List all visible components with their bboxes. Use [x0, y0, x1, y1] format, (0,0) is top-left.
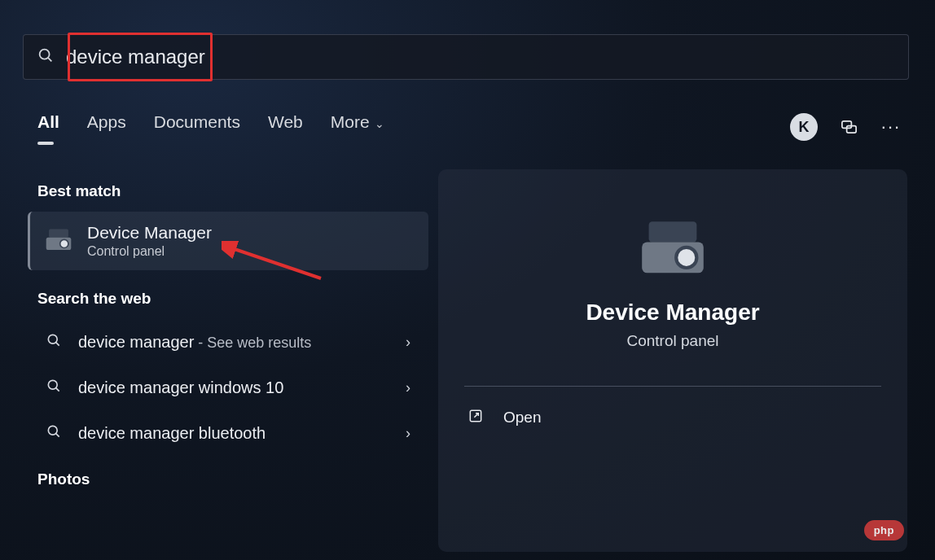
web-result-label: device manager windows 10 [78, 378, 389, 397]
tab-web[interactable]: Web [268, 112, 303, 142]
web-result-label: device manager bluetooth [78, 424, 389, 443]
device-manager-icon [639, 217, 707, 285]
svg-rect-4 [49, 230, 68, 238]
device-manager-icon [45, 227, 72, 255]
svg-point-15 [676, 247, 696, 268]
open-icon [468, 408, 484, 427]
search-web-heading: Search the web [37, 290, 428, 308]
search-icon [37, 46, 55, 68]
svg-line-8 [56, 343, 59, 346]
best-match-heading: Best match [37, 182, 428, 200]
photos-heading: Photos [37, 470, 428, 488]
web-result[interactable]: device manager - See web results › [28, 319, 428, 365]
panel-subtitle: Control panel [461, 332, 885, 350]
svg-point-0 [40, 50, 50, 59]
panel-title: Device Manager [461, 300, 885, 326]
chat-icon[interactable] [837, 116, 860, 138]
svg-line-10 [56, 388, 59, 392]
svg-point-9 [48, 380, 57, 389]
search-icon [46, 423, 62, 443]
chevron-down-icon: ⌄ [375, 117, 384, 130]
best-match-result[interactable]: Device Manager Control panel [28, 212, 428, 270]
svg-line-1 [48, 58, 51, 61]
svg-rect-13 [649, 221, 697, 242]
detail-panel: Device Manager Control panel Open [438, 169, 907, 552]
web-result-label: device manager - See web results [78, 333, 389, 352]
svg-line-12 [56, 434, 59, 437]
open-action[interactable]: Open [461, 387, 885, 448]
search-input[interactable] [55, 46, 908, 68]
svg-point-11 [48, 426, 57, 435]
user-avatar[interactable]: K [790, 113, 818, 141]
search-bar[interactable] [23, 34, 909, 80]
filter-tabs: All Apps Documents Web More⌄ K ··· [37, 112, 902, 142]
tab-apps[interactable]: Apps [87, 112, 126, 142]
tab-all[interactable]: All [37, 112, 59, 142]
search-icon [46, 332, 62, 352]
chevron-right-icon: › [406, 334, 410, 351]
svg-point-6 [60, 239, 68, 247]
web-result[interactable]: device manager windows 10 › [28, 365, 428, 410]
search-icon [46, 378, 62, 397]
chevron-right-icon: › [406, 379, 410, 396]
best-match-title: Device Manager [87, 223, 212, 243]
tab-more[interactable]: More⌄ [331, 112, 384, 142]
tab-documents[interactable]: Documents [154, 112, 240, 142]
best-match-subtitle: Control panel [87, 244, 212, 259]
watermark-badge: php [864, 520, 904, 540]
results-column: Best match Device Manager Control panel … [28, 171, 428, 500]
svg-point-7 [48, 335, 57, 343]
web-result[interactable]: device manager bluetooth › [28, 410, 428, 456]
open-label: Open [503, 409, 541, 427]
chevron-right-icon: › [406, 425, 410, 442]
more-options-icon[interactable]: ··· [880, 116, 902, 138]
